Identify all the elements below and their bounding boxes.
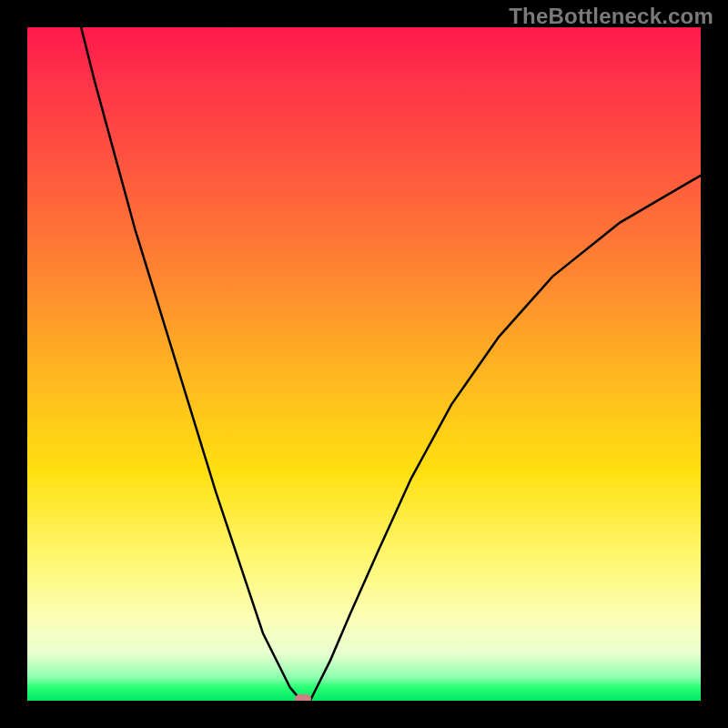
plot-area [27,27,701,701]
chart-frame: TheBottleneck.com [0,0,728,728]
watermark-text: TheBottleneck.com [509,4,713,29]
bottleneck-curve [27,27,701,701]
optimum-marker [295,694,311,701]
